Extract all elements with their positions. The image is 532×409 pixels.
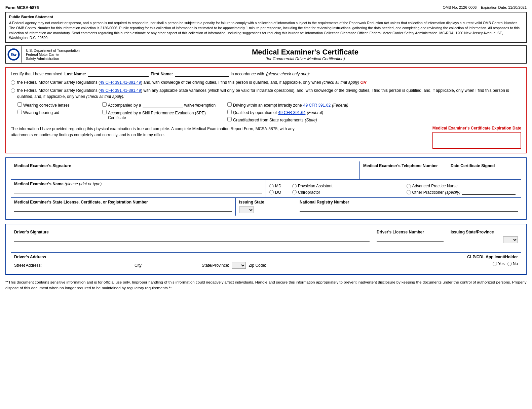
- cdl-block: CLP/CDL Applicant/Holder Yes No: [464, 255, 518, 266]
- form-title: Medical Examiner's Certificate: [86, 48, 524, 57]
- me-license-cell: Medical Examiner's State License, Certif…: [11, 198, 236, 216]
- cdl-yes-radio[interactable]: [493, 262, 497, 266]
- driver-top-grid: Driver's Signature Driver's License Numb…: [11, 228, 521, 252]
- grandfathered-item: Grandfathered from State requirements (S…: [227, 117, 521, 122]
- no-option[interactable]: No: [507, 261, 518, 266]
- first-name-label: First Name:: [151, 72, 173, 76]
- agency-address: U.S. Department of Transportation Federa…: [22, 46, 84, 63]
- driver-address-block: Driver's Address Street Address: City: S…: [14, 255, 461, 269]
- chiropractor-item: Chiropractor: [292, 190, 404, 195]
- physician-assistant-radio[interactable]: [292, 184, 297, 188]
- svg-text:DOT: DOT: [11, 54, 16, 56]
- accompanied-spe-checkbox[interactable]: [102, 110, 107, 114]
- cfr-link-2[interactable]: 49 CFR 391.41-391.49: [100, 88, 141, 93]
- driver-license-cell: Driver's License Number: [373, 228, 447, 252]
- option2-radio[interactable]: [11, 88, 15, 93]
- cfr-391-62-link[interactable]: 49 CFR 391.62: [303, 103, 331, 108]
- driver-issuing-state-line: [451, 250, 518, 250]
- md-radio[interactable]: [269, 184, 274, 188]
- driver-issuing-state-select[interactable]: ALAKAZARCA COCTDEFLGA HIIDILINIA KSKYLAM…: [503, 236, 518, 243]
- wearing-corrective-checkbox[interactable]: [17, 102, 22, 107]
- other-practitioner-input[interactable]: [462, 190, 516, 195]
- form-title-block: Medical Examiner's Certificate (for Comm…: [84, 46, 526, 63]
- me-license-row: Medical Examiner's State License, Certif…: [11, 197, 521, 216]
- option2-row: the Federal Motor Carrier Safety Regulat…: [11, 87, 521, 100]
- me-top-grid: Medical Examiner's Signature Medical Exa…: [11, 161, 521, 179]
- advanced-practice-label: Advanced Practice Nurse: [412, 184, 458, 188]
- do-radio[interactable]: [269, 190, 274, 194]
- me-phone-label: Medical Examiner's Telephone Number: [363, 163, 444, 168]
- waiver-label: waiver/exemption: [184, 103, 216, 108]
- chiropractor-label: Chiropractor: [298, 190, 320, 195]
- city-input[interactable]: [145, 263, 199, 268]
- expiration-date-input[interactable]: [434, 134, 519, 139]
- driver-state-select[interactable]: ALAKAZARCA COCTDEFLGA HIIDILINIA: [232, 262, 246, 269]
- me-date-cell: Date Certificate Signed: [447, 161, 521, 179]
- driving-exempt-item: Driving within an exempt intracity zone …: [227, 102, 521, 108]
- certify-line: I certify that I have examined Last Name…: [11, 72, 521, 77]
- omb-info: OMB No. 2126-0006 Expiration Date: 11/30…: [443, 5, 527, 9]
- me-signature-label: Medical Examiner's Signature: [14, 163, 356, 168]
- driver-issuing-state-cell: Issuing State/Province ALAKAZARCA COCTDE…: [447, 228, 521, 252]
- chiropractor-radio[interactable]: [292, 190, 297, 194]
- driving-exempt-label: Driving within an exempt intracity zone: [233, 103, 302, 108]
- cdl-no-radio[interactable]: [507, 262, 512, 266]
- form-number: Form MCSA-5876: [5, 5, 39, 10]
- cfr-391-64-link[interactable]: 49 CFR 391.64: [278, 110, 305, 115]
- me-name-label: Medical Examiner's Name (please print or…: [14, 182, 262, 186]
- md-item: MD: [269, 184, 290, 188]
- zip-input[interactable]: [269, 263, 299, 268]
- agency-header: DOT U.S. Department of Transportation Fe…: [5, 45, 527, 64]
- me-national-registry-line: [300, 211, 518, 212]
- wearing-corrective-label: Wearing corrective lenses: [23, 103, 70, 108]
- footer-note: **This document contains sensitive infor…: [5, 280, 527, 291]
- checkboxes-container: Wearing corrective lenses Wearing hearin…: [17, 102, 521, 122]
- advanced-practice-item: Advanced Practice Nurse: [407, 184, 518, 188]
- driving-exempt-checkbox[interactable]: [227, 102, 232, 107]
- zip-label: Zip Code:: [249, 263, 266, 268]
- burden-statement: Public Burden Statement A Federal agency…: [5, 12, 527, 43]
- accompanied-by-label: Accompanied by a: [108, 103, 141, 108]
- physician-assistant-item: Physician Assistant: [292, 184, 404, 188]
- me-name-cell: Medical Examiner's Name (please print or…: [11, 180, 266, 197]
- me-date-line: [451, 175, 518, 175]
- qualified-by-checkbox[interactable]: [227, 110, 232, 114]
- other-practitioner-radio[interactable]: [407, 190, 411, 194]
- driver-section: Driver's Signature Driver's License Numb…: [5, 224, 527, 275]
- driver-address-label: Driver's Address: [14, 255, 461, 259]
- info-text: The information I have provided regardin…: [11, 126, 317, 138]
- yes-option[interactable]: Yes: [493, 261, 505, 266]
- burden-text: A Federal agency may not conduct or spon…: [9, 21, 523, 40]
- me-name-line: [14, 193, 262, 193]
- driver-issuing-state-label: Issuing State/Province: [451, 230, 518, 234]
- waiver-input[interactable]: [143, 103, 183, 108]
- me-national-registry-label: National Registry Number: [300, 200, 518, 204]
- accompanied-spe-item: Accompanied by a Skill Performance Evalu…: [102, 110, 223, 120]
- me-issuing-state-cell: Issuing State ALAKAZARCA COCTDEFLGA HIID…: [236, 198, 296, 216]
- accompanied-by-item: Accompanied by a waiver/exemption: [102, 102, 223, 108]
- grandfathered-checkbox[interactable]: [227, 117, 232, 121]
- me-practitioner-cell: MD Physician Assistant Advanced Practice…: [266, 180, 521, 197]
- form-subtitle: (for Commercial Driver Medical Certifica…: [86, 57, 524, 61]
- street-input[interactable]: [44, 263, 132, 268]
- me-date-label: Date Certificate Signed: [451, 163, 518, 168]
- driver-signature-line: [14, 241, 370, 241]
- last-name-input[interactable]: [88, 72, 149, 77]
- wearing-hearing-checkbox[interactable]: [17, 110, 22, 114]
- advanced-practice-radio[interactable]: [407, 184, 411, 188]
- accompanied-by-checkbox[interactable]: [102, 102, 107, 107]
- other-practitioner-label: Other Practitioner: [412, 190, 444, 195]
- me-phone-line: [363, 175, 444, 175]
- me-issuing-state-select[interactable]: ALAKAZARCA COCTDEFLGA HIIDILINIA KSKYLAM…: [239, 207, 254, 213]
- certificate-section: I certify that I have examined Last Name…: [5, 67, 527, 153]
- expiration-label: Medical Examiner's Certificate Expiratio…: [432, 126, 521, 131]
- me-signature-line: [14, 175, 356, 175]
- medical-examiner-section: Medical Examiner's Signature Medical Exa…: [5, 157, 527, 220]
- street-label: Street Address:: [14, 263, 42, 268]
- first-name-input[interactable]: [175, 72, 229, 77]
- please-check: (please check only one):: [266, 72, 310, 76]
- address-row: Street Address: City: State/Province: AL…: [14, 262, 461, 269]
- dot-logo: DOT: [6, 46, 22, 63]
- cfr-link-1[interactable]: 49 CFR 391.41-391.49: [100, 80, 141, 85]
- option1-radio[interactable]: [11, 80, 15, 85]
